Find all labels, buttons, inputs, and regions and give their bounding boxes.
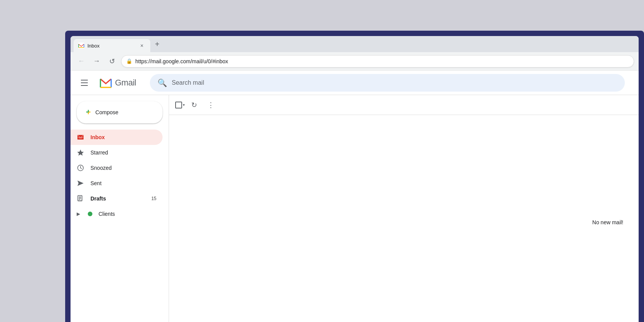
forward-button[interactable]: → xyxy=(90,55,103,67)
inbox-icon xyxy=(77,133,84,141)
sidebar-item-clients[interactable]: ▶ Clients xyxy=(71,206,163,222)
more-toolbar-button[interactable]: ⋮ xyxy=(203,97,219,113)
gmail-m-logo-icon xyxy=(98,75,113,90)
hamburger-line-1 xyxy=(81,80,88,80)
hamburger-line-2 xyxy=(81,82,88,83)
inbox-label: Inbox xyxy=(90,134,156,140)
tab-close-button[interactable]: × xyxy=(138,42,146,49)
refresh-toolbar-button[interactable]: ↻ xyxy=(186,97,202,113)
search-bar[interactable]: 🔍 Search mail xyxy=(150,74,625,92)
browser-tab-inbox[interactable]: Inbox × xyxy=(74,39,150,52)
checkbox-icon xyxy=(175,102,182,108)
refresh-icon: ↺ xyxy=(109,57,115,66)
drafts-count: 15 xyxy=(151,196,156,201)
compose-button[interactable]: + Compose xyxy=(77,101,163,123)
new-tab-button[interactable]: + xyxy=(152,39,163,49)
clients-folder-icon xyxy=(88,212,92,216)
star-icon xyxy=(77,149,84,156)
gmail-header: Gmail 🔍 Search mail xyxy=(71,71,639,95)
svg-marker-6 xyxy=(77,181,84,186)
browser-window: Inbox × + ← → ↺ 🔒 https://mail.google.co… xyxy=(71,36,639,322)
address-bar-area: ← → ↺ 🔒 https://mail.google.com/mail/u/0… xyxy=(71,52,639,71)
snoozed-label: Snoozed xyxy=(90,165,156,171)
gmail-favicon xyxy=(78,43,84,49)
sidebar-item-drafts[interactable]: Drafts 15 xyxy=(71,191,163,206)
back-button[interactable]: ← xyxy=(75,55,87,67)
clock-icon xyxy=(77,164,84,172)
clients-label: Clients xyxy=(99,211,156,217)
gmail-body: + Compose Inbox xyxy=(71,95,639,322)
send-icon xyxy=(77,179,84,187)
back-icon: ← xyxy=(78,57,85,65)
email-toolbar: ▾ ↻ ⋮ xyxy=(169,95,639,115)
hamburger-icon xyxy=(81,80,88,86)
expand-clients-icon: ▶ xyxy=(77,211,80,217)
sidebar-item-inbox[interactable]: Inbox xyxy=(71,130,163,145)
tab-title: Inbox xyxy=(87,43,135,49)
starred-label: Starred xyxy=(90,150,156,156)
refresh-button[interactable]: ↺ xyxy=(106,55,118,67)
menu-button[interactable] xyxy=(77,75,92,90)
email-list: No new mail! xyxy=(169,115,639,322)
empty-inbox-message: No new mail! xyxy=(169,212,639,225)
draft-icon xyxy=(77,195,84,202)
compose-label: Compose xyxy=(95,109,118,115)
svg-line-5 xyxy=(80,168,82,169)
lock-icon: 🔒 xyxy=(126,58,132,64)
sidebar-item-snoozed[interactable]: Snoozed xyxy=(71,160,163,176)
drafts-label: Drafts xyxy=(90,196,145,202)
monitor-frame: Inbox × + ← → ↺ 🔒 https://mail.google.co… xyxy=(65,31,644,322)
hamburger-line-3 xyxy=(81,85,88,86)
url-text: https://mail.google.com/mail/u/0/#inbox xyxy=(135,58,228,64)
gmail-logo: Gmail xyxy=(98,75,136,90)
compose-plus-icon: + xyxy=(86,107,91,117)
more-icon: ⋮ xyxy=(207,101,214,109)
main-content: ▾ ↻ ⋮ No new mail! xyxy=(169,95,639,322)
forward-icon: → xyxy=(93,57,100,65)
select-all-checkbox[interactable]: ▾ xyxy=(175,102,185,108)
chevron-down-icon: ▾ xyxy=(183,103,185,107)
tab-bar: Inbox × + xyxy=(71,36,639,52)
search-icon: 🔍 xyxy=(158,78,167,87)
address-bar[interactable]: 🔒 https://mail.google.com/mail/u/0/#inbo… xyxy=(121,55,634,67)
gmail-text: Gmail xyxy=(115,78,136,88)
gmail-container: Gmail 🔍 Search mail + Compose xyxy=(71,71,639,322)
sidebar-item-sent[interactable]: Sent xyxy=(71,176,163,191)
search-placeholder: Search mail xyxy=(172,79,204,86)
refresh-toolbar-icon: ↻ xyxy=(191,101,197,109)
sidebar: + Compose Inbox xyxy=(71,95,169,322)
sent-label: Sent xyxy=(90,180,156,186)
sidebar-item-starred[interactable]: Starred xyxy=(71,145,163,160)
svg-marker-2 xyxy=(77,150,84,156)
